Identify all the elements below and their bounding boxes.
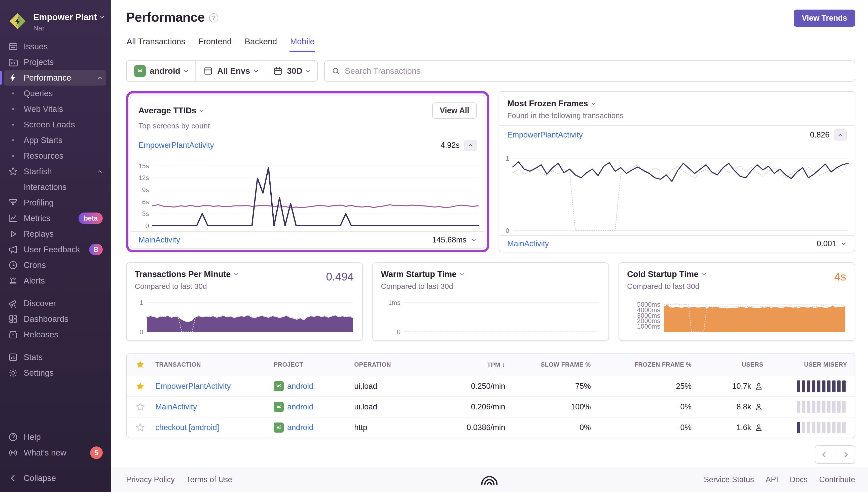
transaction-link[interactable]: MainActivity (507, 239, 817, 248)
view-trends-button[interactable]: View Trends (794, 9, 855, 27)
sidebar-item-replays[interactable]: Replays (4, 226, 106, 242)
chevron-down-icon[interactable] (592, 101, 596, 105)
footer-link-service-status[interactable]: Service Status (704, 475, 754, 484)
android-icon (274, 422, 284, 433)
star-filled-icon[interactable] (127, 381, 148, 391)
favorite-column-header (127, 360, 148, 370)
environment-filter[interactable]: All Envs (195, 61, 265, 81)
operation-value: http (347, 423, 437, 432)
sidebar-item-queries[interactable]: Queries (4, 85, 106, 101)
svg-text:0: 0 (140, 328, 143, 335)
megaphone-icon (7, 244, 19, 255)
previous-page-button[interactable] (815, 445, 835, 464)
column-header-tpm[interactable]: TPM↓ (437, 361, 513, 369)
footer-link-contribute[interactable]: Contribute (819, 475, 855, 484)
sidebar-item-projects[interactable]: Projects (4, 54, 106, 70)
project-filter[interactable]: android (127, 61, 195, 81)
view-all-button[interactable]: View All (432, 102, 477, 119)
sidebar-item-metrics[interactable]: Metricsbeta (4, 211, 106, 226)
cold-startup-chart[interactable]: 5000ms4000ms3000ms2000ms1000ms (626, 297, 847, 335)
date-range-filter[interactable]: 30D (265, 61, 317, 81)
chevron-down-icon (254, 68, 258, 72)
footer-link-terms-of-use[interactable]: Terms of Use (186, 475, 232, 484)
sidebar-item-interactions[interactable]: Interactions (4, 179, 106, 195)
column-header-transaction[interactable]: TRANSACTION (148, 361, 266, 368)
column-header-slow-frame[interactable]: SLOW FRAME % (513, 361, 598, 368)
sidebar-item-discover[interactable]: Discover (4, 296, 106, 311)
chevron-down-icon[interactable] (460, 271, 464, 275)
most-frozen-frames-chart[interactable]: 10 (501, 146, 850, 235)
expand-toggle-button[interactable] (471, 236, 477, 244)
misery-bar (812, 401, 815, 413)
sidebar-item-alerts[interactable]: Alerts (4, 273, 106, 289)
misery-bar (812, 422, 815, 433)
chevron-down-icon[interactable] (234, 271, 238, 275)
column-header-project[interactable]: PROJECT (266, 361, 347, 368)
project-link[interactable]: android (266, 402, 347, 412)
help-icon[interactable]: ? (209, 13, 218, 22)
sidebar-item-starfish[interactable]: Starfish (4, 164, 106, 179)
sidebar-item-what-s-new[interactable]: What's new5 (4, 445, 106, 461)
sidebar-item-issues[interactable]: Issues (4, 39, 106, 54)
transaction-link[interactable]: MainActivity (148, 402, 266, 412)
transaction-link[interactable]: EmpowerPlantActivity (148, 382, 266, 391)
svg-text:0: 0 (146, 222, 149, 229)
sidebar-item-app-starts[interactable]: App Starts (4, 132, 106, 148)
panel-title: Transactions Per Minute (135, 269, 231, 279)
tab-backend[interactable]: Backend (244, 34, 277, 52)
star-outline-icon[interactable] (127, 402, 148, 412)
gear-icon (7, 367, 19, 378)
transaction-link[interactable]: EmpowerPlantActivity (507, 130, 810, 140)
sidebar-item-help[interactable]: Help (4, 429, 106, 445)
sidebar-item-dashboards[interactable]: Dashboards (4, 311, 106, 327)
footer-link-privacy-policy[interactable]: Privacy Policy (126, 475, 175, 484)
sidebar-item-performance[interactable]: Performance (4, 70, 106, 85)
sidebar-collapse-button[interactable]: Collapse (4, 470, 106, 486)
chevron-down-icon[interactable] (702, 271, 706, 275)
sidebar-item-user-feedback[interactable]: User FeedbackB (4, 242, 106, 257)
tab-all-transactions[interactable]: All Transactions (126, 34, 186, 52)
sidebar-item-crons[interactable]: Crons (4, 257, 106, 273)
transaction-link[interactable]: EmpowerPlantActivity (138, 141, 440, 150)
footer-link-api[interactable]: API (766, 475, 778, 484)
badge-user-feedback: B (89, 244, 103, 255)
transaction-link[interactable]: checkout [android] (148, 423, 266, 432)
column-header-user-misery[interactable]: USER MISERY (771, 361, 854, 368)
sidebar-item-resources[interactable]: Resources (4, 148, 106, 164)
collapse-toggle-button[interactable] (834, 129, 847, 141)
sidebar-item-web-vitals[interactable]: Web Vitals (4, 101, 106, 117)
org-switcher[interactable]: Empower Plant Nar (0, 7, 111, 39)
sidebar-item-releases[interactable]: Releases (4, 327, 106, 342)
next-page-button[interactable] (835, 445, 855, 464)
tpm-chart[interactable]: 10 (134, 297, 355, 335)
misery-bar (802, 401, 805, 413)
users-value: 10.7k (699, 382, 771, 391)
column-header-frozen-frame[interactable]: FROZEN FRAME % (598, 361, 699, 368)
profiling-icon (7, 197, 19, 208)
search-input[interactable] (344, 66, 848, 76)
collapse-toggle-button[interactable] (464, 140, 477, 151)
frozen-frame-value: 0% (598, 402, 699, 412)
column-header-operation[interactable]: OPERATION (347, 361, 437, 368)
footer-link-docs[interactable]: Docs (790, 475, 808, 484)
sidebar-item-screen-loads[interactable]: Screen Loads (4, 117, 106, 132)
transaction-link[interactable]: MainActivity (138, 236, 432, 245)
project-link[interactable]: android (266, 422, 347, 433)
warm-startup-chart[interactable]: 1ms0 (380, 297, 601, 335)
chevron-down-icon[interactable] (200, 108, 204, 112)
expand-toggle-button[interactable] (841, 240, 847, 247)
project-link[interactable]: android (266, 381, 347, 391)
operation-value: ui.load (347, 402, 437, 412)
sidebar-item-profiling[interactable]: Profiling (4, 195, 106, 211)
tab-frontend[interactable]: Frontend (198, 34, 232, 52)
tab-mobile[interactable]: Mobile (289, 34, 315, 52)
star-outline-icon[interactable] (127, 422, 148, 433)
ttid-bottom-value: 145.68ms (432, 236, 466, 245)
average-ttids-chart[interactable]: 15s12s9s6s3s0 (132, 156, 480, 231)
org-subtitle: Nar (33, 24, 103, 32)
sidebar-item-stats[interactable]: Stats (4, 349, 106, 365)
sidebar-item-label: Crons (24, 260, 103, 270)
column-header-users[interactable]: USERS (699, 361, 771, 368)
sidebar-item-label: App Starts (24, 136, 103, 145)
sidebar-item-settings[interactable]: Settings (4, 365, 106, 381)
